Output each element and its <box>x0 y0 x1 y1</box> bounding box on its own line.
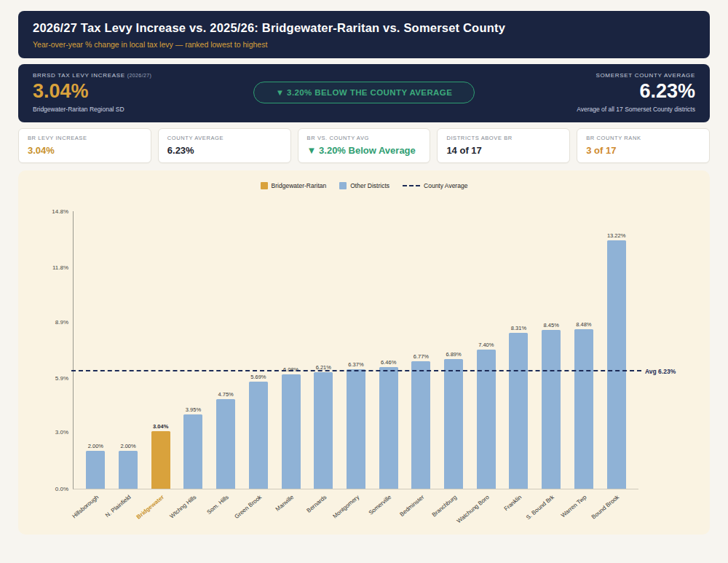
x-axis-label: Manville <box>274 494 295 513</box>
bar-district <box>509 333 528 489</box>
y-axis-tick-label: 8.9% <box>55 318 68 325</box>
x-axis-label: Branchburg <box>430 494 457 518</box>
bar-district <box>86 451 105 488</box>
bar-value-label: 3.95% <box>186 406 201 413</box>
kpi-county-label: SOMERSET COUNTY AVERAGE <box>528 72 695 79</box>
bar-district <box>249 382 268 488</box>
kpi-band: BRRSD TAX LEVY INCREASE (2026/27) 3.04% … <box>18 64 710 122</box>
dashboard: 2026/27 Tax Levy Increase vs. 2025/26: B… <box>0 0 728 546</box>
legend-item-county-average: County Average <box>403 182 467 189</box>
bar-slot-watchung-boro: 7.40%Watchung Boro <box>470 211 502 489</box>
x-axis-label: Somerville <box>368 494 392 516</box>
bar-slot-bridgewater: 3.04%Bridgewater <box>144 211 177 489</box>
stat-card-county-avg: COUNTY AVERAGE 6.23% <box>158 128 291 163</box>
bar-district <box>444 359 463 488</box>
bar-district <box>542 330 561 489</box>
bar-district <box>282 374 301 489</box>
x-axis-label: Franklin <box>503 494 523 512</box>
x-axis-label: Bound Brook <box>590 494 620 521</box>
chart-legend: Bridgewater-Raritan Other Districts Coun… <box>33 182 695 189</box>
county-average-label: Avg 6.23% <box>645 368 676 375</box>
bar-slot-hillsborough: 2.00%Hillsborough <box>79 211 112 489</box>
stat-card-value: 3 of 17 <box>586 145 700 156</box>
x-axis-label: Bernards <box>305 494 328 514</box>
stat-card-br-levy: BR LEVY INCREASE 3.04% <box>18 128 151 163</box>
bar-value-label: 7.40% <box>478 342 494 348</box>
bar-slot-warren-twp: 8.48%Warren Twp <box>568 211 601 489</box>
bar-value-label: 6.46% <box>381 359 396 366</box>
y-axis-tick-label: 11.8% <box>52 264 68 270</box>
bar-slot-som-hills: 4.75%Som. Hills <box>210 211 242 489</box>
bar-value-label: 6.77% <box>414 353 429 360</box>
stat-card-districts-above: DISTRICTS ABOVE BR 14 of 17 <box>437 128 570 163</box>
bar-value-label: 2.00% <box>88 443 103 449</box>
legend-label: Other Districts <box>350 182 389 189</box>
bar-slot-montgomery: 6.37%Montgomery <box>340 211 373 489</box>
stat-card-county-rank: BR COUNTY RANK 3 of 17 <box>577 128 710 163</box>
x-axis-label: N. Plainfield <box>104 494 132 519</box>
bar-slot-n-plainfield: 2.00%N. Plainfield <box>112 211 145 489</box>
bar-district <box>411 361 430 488</box>
x-axis-label: Bridgewater <box>135 494 165 521</box>
dashed-line-swatch-icon <box>403 185 420 186</box>
y-axis-tick-label: 3.0% <box>55 429 68 436</box>
y-axis-tick-label: 0.0% <box>55 485 68 492</box>
bar-slot-manville: 6.08%Manville <box>274 211 307 489</box>
bar-district <box>314 372 333 489</box>
kpi-brrsd-label-suffix: (2026/27) <box>127 73 152 78</box>
bar-slot-bernards: 6.21%Bernards <box>307 211 340 489</box>
x-axis-label: Som. Hills <box>206 494 230 516</box>
bar-bridgewater-raritan <box>151 431 170 488</box>
bar-slot-green-brook: 5.69%Green Brook <box>242 211 275 489</box>
kpi-county-sub: Average of all 17 Somerset County distri… <box>528 106 695 113</box>
stat-card-label: BR LEVY INCREASE <box>28 135 142 141</box>
kpi-brrsd-sub: Bridgewater-Raritan Regional SD <box>33 106 200 113</box>
y-axis-tick-label: 14.8% <box>52 208 68 214</box>
bar-value-label: 6.37% <box>348 361 363 368</box>
kpi-brrsd-value: 3.04% <box>33 81 200 103</box>
bar-value-label: 6.89% <box>446 351 461 358</box>
x-axis-label: Hillsborough <box>71 494 100 519</box>
stat-card-value: 3.04% <box>28 145 142 156</box>
legend-item-bridgewater: Bridgewater-Raritan <box>261 182 327 189</box>
bar-district <box>379 367 398 488</box>
bar-district <box>347 369 365 489</box>
bar-value-label: 8.45% <box>544 322 559 328</box>
bar-slot-bound-brook: 13.22%Bound Brook <box>600 211 633 489</box>
bar-district <box>574 329 593 488</box>
x-axis-label: Watchung Boro <box>456 494 491 524</box>
bar-slot-franklin: 8.31%Franklin <box>502 211 535 489</box>
x-axis-label: Bedminster <box>398 494 425 518</box>
bar-slot-somerville: 6.46%Somerville <box>372 211 405 489</box>
x-axis-label: Wtchng Hills <box>168 494 197 519</box>
bar-slot-s-bound-brk: 8.45%S. Bound Brk <box>535 211 568 489</box>
stat-card-label: COUNTY AVERAGE <box>167 135 282 141</box>
bar-district <box>607 240 626 488</box>
stat-card-label: DISTRICTS ABOVE BR <box>446 135 561 141</box>
bar-value-label: 2.00% <box>120 443 135 449</box>
stat-card-value: 6.23% <box>167 145 282 156</box>
x-axis-label: Warren Twp <box>560 494 587 519</box>
bar-value-label: 4.75% <box>218 391 234 398</box>
x-axis-label: S. Bound Brk <box>525 494 555 521</box>
stat-card-value: ▼ 3.20% Below Average <box>307 145 422 156</box>
bar-chart-plot: 2.00%Hillsborough2.00%N. Plainfield3.04%… <box>73 211 638 489</box>
legend-label: County Average <box>424 182 467 189</box>
stat-card-label: BR VS. COUNTY AVG <box>307 135 422 141</box>
legend-item-other-districts: Other Districts <box>339 182 389 189</box>
blue-swatch-icon <box>339 182 347 189</box>
y-axis-tick-label: 5.9% <box>55 374 68 381</box>
kpi-brrsd: BRRSD TAX LEVY INCREASE (2026/27) 3.04% … <box>33 72 200 113</box>
kpi-brrsd-label-text: BRRSD TAX LEVY INCREASE <box>33 72 125 79</box>
bar-value-label: 8.31% <box>511 325 526 331</box>
bar-value-label: 5.69% <box>250 374 266 380</box>
stat-card-label: BR COUNTY RANK <box>586 135 700 141</box>
kpi-brrsd-label: BRRSD TAX LEVY INCREASE (2026/27) <box>33 72 200 79</box>
bar-value-label: 13.22% <box>607 232 625 239</box>
stat-card-br-vs-county: BR VS. COUNTY AVG ▼ 3.20% Below Average <box>298 128 431 163</box>
bar-district <box>119 451 138 488</box>
bar-value-label: 3.04% <box>153 423 168 430</box>
legend-label: Bridgewater-Raritan <box>272 182 327 189</box>
bar-slot-branchburg: 6.89%Branchburg <box>438 211 470 489</box>
bar-district <box>216 399 235 488</box>
